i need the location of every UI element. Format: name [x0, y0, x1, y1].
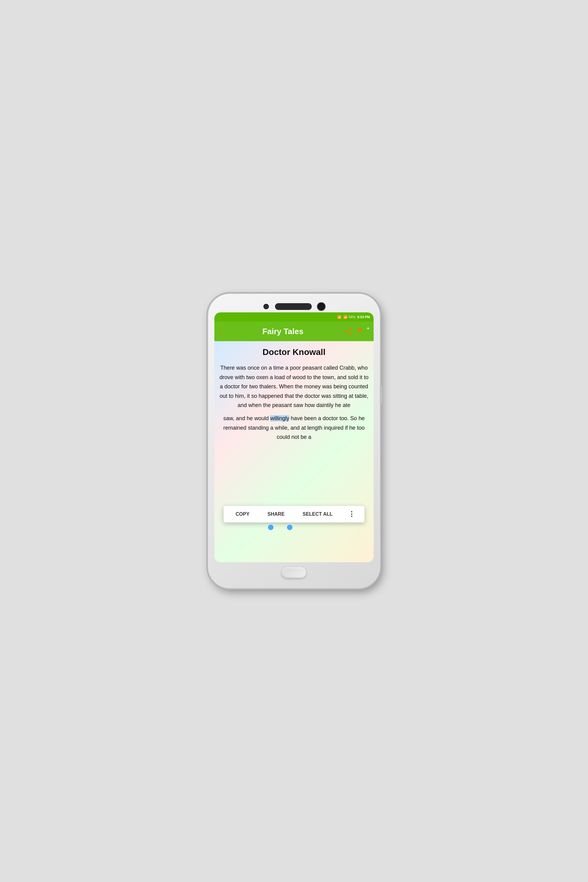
svg-point-2 [350, 333, 352, 335]
side-button [380, 386, 382, 404]
status-bar: 📶 📶 54% 8:54 PM [214, 312, 374, 322]
front-camera-left [263, 304, 269, 309]
svg-line-4 [347, 329, 350, 331]
svg-point-0 [350, 328, 352, 330]
share-text-button[interactable]: SHARE [265, 510, 287, 518]
plus-icon: + [367, 326, 369, 331]
story-body-continued: saw, and he would willingly have been a … [219, 414, 369, 442]
status-time: 8:54 PM [357, 315, 370, 319]
favorite-button[interactable]: ♥ + [357, 325, 369, 338]
phone-bottom [282, 562, 306, 582]
selected-word: willingly [270, 415, 289, 422]
story-body: There was once on a time a poor peasant … [219, 363, 369, 410]
text-selection-toolbar: COPY SHARE SELECT ALL ⋮ [224, 506, 364, 522]
home-button[interactable] [282, 567, 306, 578]
app-bar: ‹ Fairy Tales ♥ + [214, 322, 374, 341]
svg-point-1 [345, 330, 347, 333]
phone-screen: 📶 📶 54% 8:54 PM ‹ Fairy Tales ♥ + [214, 312, 374, 562]
select-all-button[interactable]: SELECT ALL [300, 510, 335, 518]
selection-handle-right[interactable] [287, 525, 292, 530]
front-camera-right [318, 303, 325, 310]
phone-top-bar [214, 300, 374, 312]
story-paragraph-2: saw, and he would willingly have been a … [219, 414, 369, 442]
share-icon[interactable] [344, 327, 353, 336]
content-area: Doctor Knowall There was once on a time … [214, 341, 374, 562]
battery-percentage: 📶 54% [343, 315, 355, 319]
story-title: Doctor Knowall [219, 347, 369, 357]
copy-button[interactable]: COPY [233, 510, 252, 518]
back-button[interactable]: ‹ [219, 327, 222, 336]
phone-device: 📶 📶 54% 8:54 PM ‹ Fairy Tales ♥ + [208, 294, 380, 588]
app-title: Fairy Tales [226, 327, 340, 336]
more-options-button[interactable]: ⋮ [348, 510, 355, 518]
signal-strength: 📶 [337, 315, 342, 319]
story-paragraph-1: There was once on a time a poor peasant … [219, 363, 369, 410]
phone-speaker [275, 303, 312, 310]
heart-icon: ♥ [357, 325, 362, 336]
selection-handle-left[interactable] [268, 525, 273, 530]
svg-line-3 [347, 332, 350, 333]
